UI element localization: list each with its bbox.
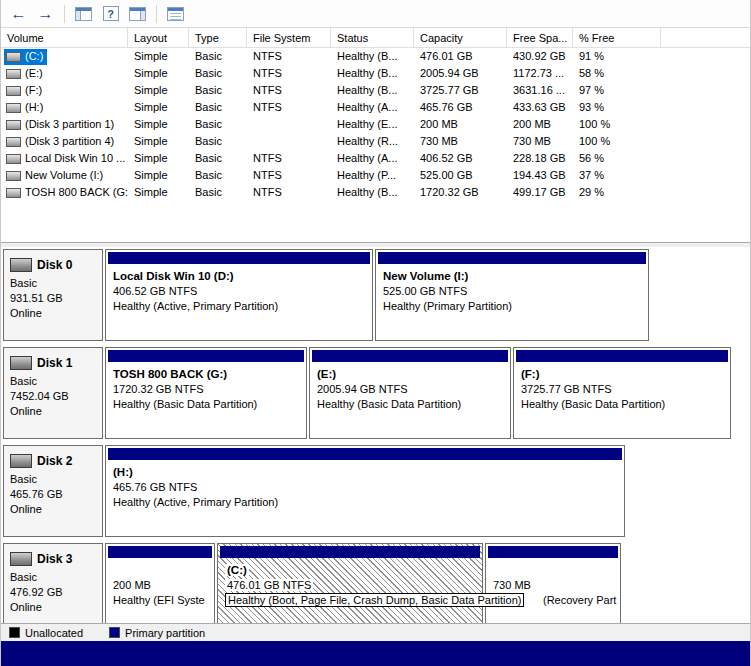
cell-type: Basic <box>189 167 247 184</box>
partition-status: Healthy (Basic Data Partition) <box>521 397 730 412</box>
disk-info-panel[interactable]: Disk 1Basic7452.04 GBOnline <box>3 347 103 439</box>
legend-label: Primary partition <box>125 627 205 639</box>
partition[interactable]: 200 MBHealthy (EFI Syste <box>105 543 215 623</box>
action-pane-button[interactable] <box>125 2 150 26</box>
help-button[interactable]: ? <box>98 2 123 26</box>
disk-name: Disk 2 <box>37 454 72 468</box>
partition[interactable]: New Volume (I:)525.00 GB NTFSHealthy (Pr… <box>375 249 649 341</box>
console-tree-icon <box>75 7 92 21</box>
volume-table: VolumeLayoutTypeFile SystemStatusCapacit… <box>1 28 750 242</box>
partition-strip: TOSH 800 BACK (G:)1720.32 GB NTFSHealthy… <box>105 347 750 439</box>
partition-color-bar <box>108 448 622 460</box>
column-header[interactable]: Free Spa... <box>507 28 573 47</box>
legend-item: Unallocated <box>9 627 83 639</box>
partition-color-bar <box>108 252 370 264</box>
partition[interactable]: (H:)465.76 GB NTFSHealthy (Active, Prima… <box>105 445 625 537</box>
table-row[interactable]: TOSH 800 BACK (G:)SimpleBasicNTFSHealthy… <box>1 184 750 201</box>
volume-name: (E:) <box>25 65 43 82</box>
cell-capacity: 476.01 GB <box>414 48 507 65</box>
cell-status: Healthy (P... <box>331 167 414 184</box>
table-row[interactable]: (Disk 3 partition 4)SimpleBasicHealthy (… <box>1 133 750 150</box>
column-header[interactable]: Capacity <box>414 28 507 47</box>
table-row[interactable]: (F:)SimpleBasicNTFSHealthy (B...3725.77 … <box>1 82 750 99</box>
legend-bar: UnallocatedPrimary partition <box>1 623 750 641</box>
forward-button[interactable]: → <box>33 2 58 26</box>
disk-size: 7452.04 GB <box>10 389 100 404</box>
partition-color-bar <box>220 546 480 558</box>
partition[interactable]: 730 MB(Recovery Part <box>485 543 621 623</box>
drive-icon <box>6 69 21 79</box>
partition-status: Healthy (Primary Partition) <box>383 299 648 314</box>
volume-cell: New Volume (I:) <box>1 167 128 184</box>
cell-layout: Simple <box>128 150 189 167</box>
partition-status: Healthy (EFI Syste <box>113 593 214 608</box>
cell-status: Healthy (R... <box>331 133 414 150</box>
column-header[interactable]: Status <box>331 28 414 47</box>
volume-cell: TOSH 800 BACK (G:) <box>1 184 128 201</box>
cell-capacity: 200 MB <box>414 116 507 133</box>
cell-type: Basic <box>189 99 247 116</box>
partition[interactable]: (F:)3725.77 GB NTFSHealthy (Basic Data P… <box>513 347 731 439</box>
column-header[interactable]: Type <box>189 28 247 47</box>
cell-capacity: 2005.94 GB <box>414 65 507 82</box>
cell-pct: 97 % <box>573 82 661 99</box>
disk-status: Online <box>10 404 100 419</box>
partition-title: (E:) <box>317 367 510 382</box>
table-row[interactable]: (C:)SimpleBasicNTFSHealthy (B...476.01 G… <box>1 48 750 65</box>
cell-type: Basic <box>189 82 247 99</box>
cell-layout: Simple <box>128 65 189 82</box>
partition-title <box>493 563 620 578</box>
volume-cell: Local Disk Win 10 ... <box>1 150 128 167</box>
table-row[interactable]: (Disk 3 partition 1)SimpleBasicHealthy (… <box>1 116 750 133</box>
table-row[interactable]: (H:)SimpleBasicNTFSHealthy (A...465.76 G… <box>1 99 750 116</box>
drive-icon <box>6 137 21 147</box>
partition[interactable]: TOSH 800 BACK (G:)1720.32 GB NTFSHealthy… <box>105 347 307 439</box>
table-row[interactable]: New Volume (I:)SimpleBasicNTFSHealthy (P… <box>1 167 750 184</box>
graphical-view: Disk 0Basic931.51 GBOnlineLocal Disk Win… <box>1 247 750 623</box>
cell-capacity: 406.52 GB <box>414 150 507 167</box>
partition-size: 3725.77 GB NTFS <box>521 382 730 397</box>
disk-type: Basic <box>10 374 100 389</box>
cell-capacity: 525.00 GB <box>414 167 507 184</box>
partition[interactable]: (E:)2005.94 GB NTFSHealthy (Basic Data P… <box>309 347 511 439</box>
disk-info-header: Disk 1 <box>10 356 100 370</box>
column-header[interactable]: Volume <box>1 28 128 47</box>
partition[interactable]: (C:)476.01 GB NTFSHealthy (Boot, Page Fi… <box>217 543 483 623</box>
cell-layout: Simple <box>128 167 189 184</box>
disk-info-panel[interactable]: Disk 2Basic465.76 GBOnline <box>3 445 103 537</box>
volume-name: (C:) <box>25 48 43 65</box>
column-header[interactable]: File System <box>247 28 331 47</box>
disk-info-panel[interactable]: Disk 0Basic931.51 GBOnline <box>3 249 103 341</box>
disk-management-window: ← → ? VolumeLayoutTypeFile SystemStatusC… <box>0 0 751 666</box>
console-tree-button[interactable] <box>71 2 96 26</box>
disk-info-header: Disk 0 <box>10 258 100 272</box>
partition-size: 525.00 GB NTFS <box>383 284 648 299</box>
column-header[interactable]: % Free <box>573 28 661 47</box>
cell-free: 430.92 GB <box>507 48 573 65</box>
cell-pct: 29 % <box>573 184 661 201</box>
cell-free: 730 MB <box>507 133 573 150</box>
properties-button[interactable] <box>163 2 188 26</box>
partition-size: 1720.32 GB NTFS <box>113 382 306 397</box>
drive-icon <box>6 52 21 62</box>
disk-size: 931.51 GB <box>10 291 100 306</box>
cell-fs <box>247 116 331 133</box>
drive-icon <box>6 171 21 181</box>
volume-name: (Disk 3 partition 4) <box>25 133 114 150</box>
table-row[interactable]: (E:)SimpleBasicNTFSHealthy (B...2005.94 … <box>1 65 750 82</box>
volume-cell: (E:) <box>1 65 128 82</box>
table-row[interactable]: Local Disk Win 10 ...SimpleBasicNTFSHeal… <box>1 150 750 167</box>
disk-type: Basic <box>10 472 100 487</box>
back-button[interactable]: ← <box>6 2 31 26</box>
cell-fs <box>247 133 331 150</box>
column-header[interactable]: Layout <box>128 28 189 47</box>
partition-color-bar <box>516 350 728 362</box>
disk-info-panel[interactable]: Disk 3Basic476.92 GBOnline <box>3 543 103 623</box>
partition-title <box>113 563 214 578</box>
action-pane-icon <box>129 7 146 21</box>
partition-strip: (H:)465.76 GB NTFSHealthy (Active, Prima… <box>105 445 750 537</box>
cell-status: Healthy (A... <box>331 150 414 167</box>
disk-row: Disk 2Basic465.76 GBOnline(H:)465.76 GB … <box>3 445 750 537</box>
disk-size: 465.76 GB <box>10 487 100 502</box>
partition[interactable]: Local Disk Win 10 (D:)406.52 GB NTFSHeal… <box>105 249 373 341</box>
